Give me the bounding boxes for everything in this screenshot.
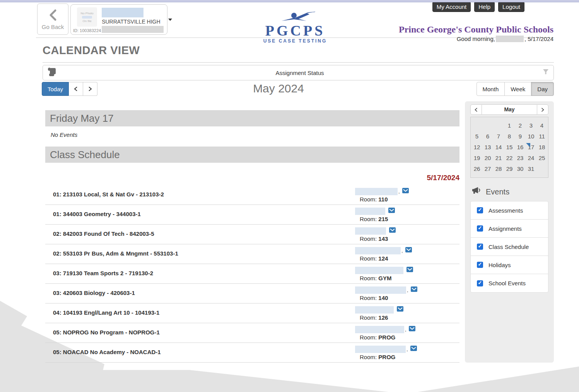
calendar-day[interactable]: 9 (515, 131, 526, 142)
teacher-name-redacted (355, 286, 406, 294)
class-title: 02: 553103 Pr Bus, Adm & Mngmnt - 553103… (45, 247, 178, 262)
logo-text: PGCPS (256, 24, 334, 37)
student-photo-placeholder: No Photo On file (77, 7, 97, 27)
student-info: SURRATTSVILLE HIGH (101, 6, 164, 33)
class-row: 03: 719130 Team Sports 2 - 719130-2 Room… (45, 264, 459, 284)
calendar-day[interactable]: 26 (471, 164, 482, 174)
checkbox-checked[interactable] (477, 207, 483, 213)
calendar-day[interactable]: 5 (471, 131, 482, 142)
email-icon[interactable] (397, 306, 403, 313)
chevron-down-icon[interactable] (168, 19, 172, 21)
room-label: Room: (360, 314, 377, 321)
chevron-right-icon (541, 107, 545, 112)
mini-cal-month-label[interactable]: May (482, 104, 537, 115)
calendar-day[interactable]: 25 (536, 153, 547, 164)
checkbox-checked[interactable] (477, 262, 483, 268)
day-view: Friday May 17 No Events Class Schedule 5… (45, 110, 459, 363)
calendar-day[interactable]: 21 (493, 153, 504, 164)
calendar-day[interactable]: 3 (526, 120, 536, 131)
filter-school-events: School Events (471, 274, 548, 292)
go-back-button[interactable]: Go Back (37, 3, 68, 35)
calendar-day[interactable]: 30 (515, 164, 526, 174)
chevron-left-icon (47, 9, 59, 23)
email-icon[interactable] (405, 247, 412, 254)
calendar-day[interactable]: 22 (504, 153, 515, 164)
school-name: SURRATTSVILLE HIGH (102, 19, 164, 25)
class-details: Room: 215 (355, 207, 459, 223)
email-icon[interactable] (411, 286, 417, 293)
calendar-day (493, 120, 504, 131)
email-icon[interactable] (410, 346, 417, 353)
filter-label: Assignments (488, 225, 522, 232)
view-week-button[interactable]: Week (504, 82, 531, 96)
class-row: 02: 553103 Pr Bus, Adm & Mngmnt - 553103… (45, 244, 459, 264)
calendar-day[interactable]: 24 (526, 153, 536, 164)
room-value: 110 (378, 196, 388, 203)
header: Go Back No Photo On file ID: 100383224 S… (36, 2, 554, 38)
view-month-button[interactable]: Month (477, 82, 505, 96)
email-icon[interactable] (388, 208, 395, 215)
calendar-day[interactable]: 8 (504, 131, 515, 142)
class-row: 03: 420603 Biology - 420603-1 , Room: 14… (45, 284, 459, 303)
filter-assignments: Assignments (471, 220, 548, 238)
calendar-day[interactable]: 31 (526, 164, 536, 174)
calendar-day[interactable]: 28 (493, 164, 504, 174)
email-icon[interactable] (402, 188, 409, 195)
mini-cal-prev-button[interactable] (470, 104, 482, 115)
mini-cal-next-button[interactable] (537, 104, 548, 115)
calendar-day[interactable]: 19 (471, 153, 482, 164)
calendar-day[interactable]: 11 (536, 131, 547, 142)
filter-holidays: Holidays (471, 256, 548, 274)
calendar-day[interactable]: 29 (504, 164, 515, 174)
student-selector[interactable]: No Photo On file ID: 100383224 SURRATTSV… (70, 4, 167, 35)
student-photo-column: No Photo On file ID: 100383224 (73, 6, 101, 33)
view-day-button[interactable]: Day (531, 82, 554, 96)
calendar-day[interactable]: 23 (515, 153, 526, 164)
view-switcher: Month Week Day (477, 82, 554, 96)
class-row: 05: NOPROG No Program - NOPROG-1 , Room:… (45, 323, 459, 343)
calendar-day[interactable]: 12 (471, 142, 482, 153)
teacher-sep: , (407, 287, 408, 293)
sidebar: May 1 2 3 4 5 6 7 8 9 10 11 12 13 14 15 … (465, 101, 554, 363)
calendar-day[interactable]: 10 (526, 131, 536, 142)
room-label: Room: (360, 295, 377, 301)
teacher-name-redacted (355, 267, 403, 274)
room-value: GYM (378, 275, 391, 281)
calendar-day[interactable]: 18 (536, 142, 547, 153)
calendar-day[interactable]: 1 (504, 120, 515, 131)
assignment-status-bar[interactable]: Assignment Status (43, 65, 554, 80)
room-value: 143 (378, 235, 388, 242)
teacher-sep: , (398, 189, 400, 194)
room-value: PROG (378, 354, 395, 360)
calendar-day[interactable]: 7 (493, 131, 504, 142)
my-account-button[interactable]: My Account (432, 2, 471, 12)
calendar-day[interactable]: 15 (504, 142, 515, 153)
email-icon[interactable] (406, 267, 413, 274)
top-nav: My Account Help Logout (432, 2, 524, 12)
filter-icon[interactable] (543, 69, 549, 76)
checkbox-checked[interactable] (477, 225, 483, 232)
room-label: Room: (360, 354, 377, 360)
photo-logo-redacted (82, 16, 92, 19)
calendar-day[interactable]: 13 (482, 142, 493, 153)
checkbox-checked[interactable] (477, 280, 483, 286)
student-detail-redacted (102, 26, 164, 33)
calendar-day[interactable]: 6 (482, 131, 493, 142)
events-title: Events (486, 187, 509, 196)
calendar-day[interactable]: 4 (536, 120, 547, 131)
email-icon[interactable] (409, 326, 415, 333)
calendar-day[interactable]: 27 (482, 164, 493, 174)
calendar-day[interactable]: 14 (493, 142, 504, 153)
email-icon[interactable] (389, 227, 396, 234)
filter-label: Class Schedule (488, 244, 529, 250)
calendar-day-selected[interactable]: 17 (526, 142, 536, 153)
class-row: 01: 213103 Local, St & Nat Gv - 213103-2… (45, 185, 459, 205)
class-title: 05: NOPROG No Program - NOPROG-1 (45, 326, 160, 341)
help-button[interactable]: Help (474, 2, 495, 12)
calendar-day[interactable]: 20 (482, 153, 493, 164)
calendar-day[interactable]: 16 (515, 142, 526, 153)
checkbox-checked[interactable] (477, 244, 483, 250)
calendar-day[interactable]: 2 (515, 120, 526, 131)
teacher-name-redacted (355, 346, 406, 353)
logout-button[interactable]: Logout (498, 2, 524, 12)
